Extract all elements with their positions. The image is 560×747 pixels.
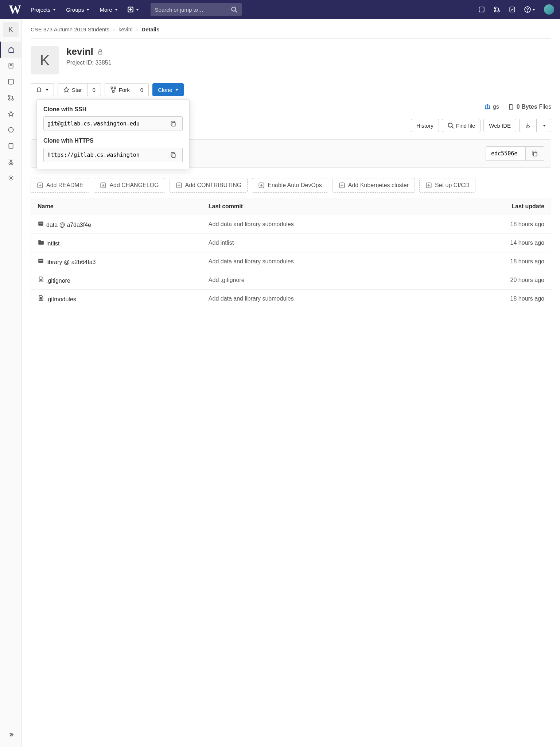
- lock-icon: [97, 49, 104, 55]
- sidebar-merge-requests[interactable]: [0, 90, 22, 106]
- svg-point-20: [111, 87, 113, 89]
- svg-point-11: [8, 95, 10, 97]
- find-file-button[interactable]: Find file: [442, 119, 481, 132]
- clone-ssh-input[interactable]: [43, 116, 164, 131]
- sidebar-home[interactable]: [0, 42, 22, 58]
- chevron-down-icon: [532, 9, 535, 11]
- clone-dropdown: Clone with SSH Clone with HTTPS: [36, 99, 190, 169]
- svg-point-25: [448, 123, 452, 127]
- clone-ssh-label: Clone with SSH: [43, 106, 183, 113]
- table-header-commit: Last commit: [202, 198, 438, 215]
- svg-point-8: [527, 11, 528, 11]
- svg-point-12: [8, 98, 10, 100]
- issues-icon[interactable]: [475, 3, 488, 16]
- search-input[interactable]: [155, 7, 231, 13]
- sidebar-snippets[interactable]: [0, 154, 22, 170]
- breadcrumb: CSE 373 Autumn 2019 Students › kevinl › …: [31, 26, 551, 39]
- copy-sha-button[interactable]: [526, 146, 544, 161]
- webide-button[interactable]: Web IDE: [483, 119, 516, 132]
- suggest-button[interactable]: Add Kubernetes cluster: [332, 178, 415, 193]
- svg-point-21: [114, 87, 116, 89]
- sidebar-cicd[interactable]: [0, 106, 22, 122]
- files-table: Name Last commit Last update data @ a7da…: [31, 198, 551, 308]
- stat-files[interactable]: 0 Bytes Files: [508, 104, 551, 110]
- table-row[interactable]: data @ a7da3f4eAdd data and library subm…: [31, 215, 551, 234]
- table-row[interactable]: library @ a2b64fa3Add data and library s…: [31, 252, 551, 271]
- table-row[interactable]: .gitignoreAdd .gitignore20 hours ago: [31, 271, 551, 290]
- svg-rect-36: [39, 260, 43, 261]
- history-button[interactable]: History: [411, 119, 439, 132]
- svg-rect-2: [479, 7, 484, 12]
- file-icon: [508, 104, 514, 110]
- copy-icon: [170, 152, 176, 158]
- suggest-button[interactable]: Add README: [31, 178, 89, 193]
- download-menu[interactable]: [537, 119, 551, 132]
- table-header-name: Name: [31, 198, 202, 215]
- breadcrumb-root[interactable]: CSE 373 Autumn 2019 Students: [31, 26, 109, 32]
- chevron-down-icon: [46, 89, 48, 91]
- fork-count[interactable]: 0: [135, 83, 149, 96]
- star-button[interactable]: Star: [58, 83, 88, 96]
- search-icon: [231, 6, 237, 13]
- nav-projects[interactable]: Projects: [27, 4, 59, 16]
- actions-row: Star 0 Fork 0 Clone Clone with SSH: [31, 83, 551, 96]
- svg-point-22: [113, 91, 114, 93]
- table-row[interactable]: .gitmodulesAdd data and library submodul…: [31, 290, 551, 308]
- table-header-updated: Last update: [438, 198, 551, 215]
- suggest-button[interactable]: Add CONTRIBUTING: [170, 178, 248, 193]
- copy-https-button[interactable]: [164, 148, 183, 162]
- sidebar-operations[interactable]: [0, 122, 22, 138]
- nav-more[interactable]: More: [96, 4, 121, 16]
- clone-https-input[interactable]: [43, 148, 164, 162]
- help-icon[interactable]: [521, 3, 538, 16]
- download-button[interactable]: [519, 119, 537, 132]
- project-id: Project ID: 33851: [66, 59, 112, 66]
- sidebar-project-avatar[interactable]: K: [3, 22, 19, 37]
- sidebar-issues[interactable]: [0, 74, 22, 90]
- user-avatar[interactable]: [544, 4, 554, 15]
- notifications-button[interactable]: [31, 83, 54, 96]
- suggest-button[interactable]: Add CHANGELOG: [94, 178, 165, 193]
- merge-requests-icon[interactable]: [491, 3, 503, 16]
- nav-groups[interactable]: Groups: [62, 4, 93, 16]
- clone-button[interactable]: Clone: [152, 83, 184, 96]
- suggest-button[interactable]: Enable Auto DevOps: [252, 178, 328, 193]
- chevron-down-icon: [175, 89, 178, 91]
- sidebar-repository[interactable]: [0, 58, 22, 74]
- chevron-down-icon: [115, 9, 118, 11]
- project-header: K kevinl Project ID: 33851: [31, 46, 551, 74]
- svg-rect-26: [534, 152, 537, 156]
- new-button[interactable]: [124, 3, 142, 16]
- submodule-icon: [38, 220, 43, 227]
- table-row[interactable]: intlistAdd intlist14 hours ago: [31, 234, 551, 252]
- breadcrumb-sep: ›: [113, 26, 115, 32]
- chevron-down-icon: [86, 9, 89, 11]
- copy-icon: [532, 150, 538, 157]
- svg-point-3: [494, 7, 496, 9]
- copy-ssh-button[interactable]: [164, 116, 183, 131]
- sidebar-expand[interactable]: [0, 727, 22, 743]
- sidebar-wiki[interactable]: [0, 138, 22, 154]
- svg-point-4: [494, 10, 496, 12]
- suggest-button[interactable]: Set up CI/CD: [419, 178, 475, 193]
- copy-icon: [170, 120, 176, 127]
- fork-button[interactable]: Fork: [105, 83, 135, 96]
- fork-icon: [110, 86, 117, 93]
- breadcrumb-project[interactable]: kevinl: [118, 26, 132, 32]
- star-count[interactable]: 0: [88, 83, 101, 96]
- svg-rect-19: [98, 51, 102, 54]
- svg-point-1: [232, 7, 236, 11]
- topbar: W Projects Groups More: [0, 0, 560, 19]
- logo[interactable]: W: [6, 3, 24, 16]
- todos-icon[interactable]: [506, 3, 518, 16]
- project-title: kevinl: [66, 46, 112, 57]
- search-box[interactable]: [151, 3, 242, 16]
- svg-rect-24: [172, 154, 175, 158]
- commit-sha-input[interactable]: [486, 146, 526, 161]
- stat-tags[interactable]: gs: [484, 104, 499, 110]
- submodule-icon: [38, 258, 43, 264]
- breadcrumb-sep: ›: [136, 26, 138, 32]
- sidebar: K: [0, 19, 22, 747]
- svg-rect-23: [172, 123, 175, 126]
- sidebar-settings[interactable]: [0, 170, 22, 186]
